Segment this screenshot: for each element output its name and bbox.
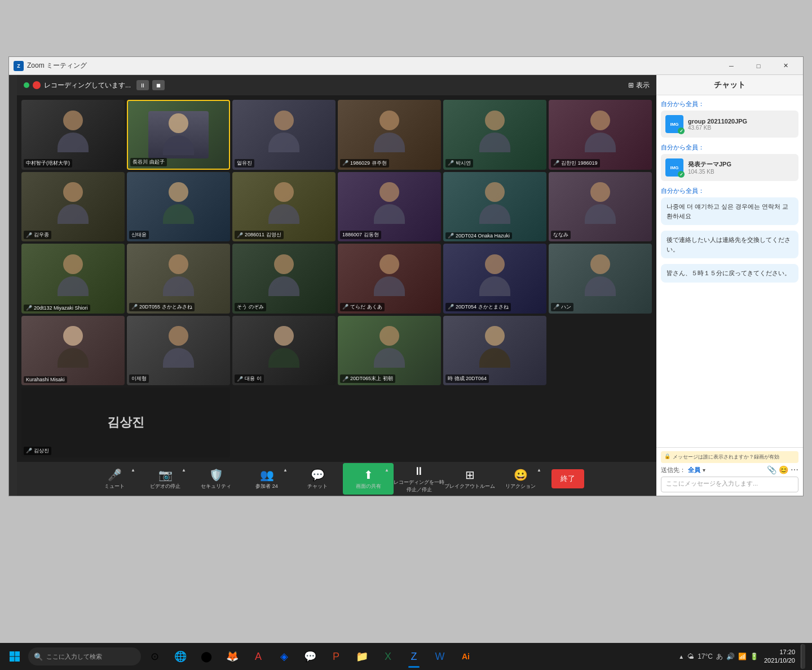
video-cell-12: ななみ <box>549 172 652 242</box>
participant-name-3: 얼유진 <box>235 159 254 168</box>
chat-privacy-icon: 🔒 <box>664 453 670 459</box>
stop-button[interactable]: ⏹ <box>152 80 165 90</box>
video-cell-3: 얼유진 <box>232 100 336 170</box>
video-cell-5: 🎤박시연 <box>443 100 546 170</box>
taskbar-app-zoom[interactable]: Z <box>401 644 426 669</box>
file-info-2: 発表テーマJPG 104.35 KB <box>688 160 794 175</box>
chat-file-card-1[interactable]: IMG ✓ group 20211020JPG 43.67 KB <box>661 111 798 138</box>
recording-icon <box>33 81 41 89</box>
cortana-icon: ⊙ <box>151 650 159 663</box>
participant-name-13: 🎤20dt132 Miyazaki Shiori <box>24 305 90 311</box>
participant-name-1: 中村智子(培材大学) <box>24 159 72 168</box>
video-cell-14: 🎤20DT055 さかとみさね <box>127 244 230 314</box>
more-icon[interactable]: ⋯ <box>791 465 798 474</box>
participants-label: 参加者 24 <box>255 483 278 490</box>
minimize-button[interactable]: ─ <box>718 57 744 75</box>
chat-group-5: 皆さん、５時１５分に戻ってきてください。 <box>661 264 798 283</box>
mute-label: ミュート <box>104 483 125 490</box>
recording-indicator: レコーディングしています... <box>24 81 131 90</box>
video-button[interactable]: 📷 ビデオの停止 ▲ <box>140 463 191 495</box>
participants-button[interactable]: 👥 参加者 24 ▲ <box>241 463 292 495</box>
view-button[interactable]: ⊞ 表示 <box>628 81 650 90</box>
security-button[interactable]: 🛡️ セキュリティ <box>191 463 241 495</box>
taskbar-app-line[interactable]: 💬 <box>298 644 323 669</box>
share-button[interactable]: ⬆ 画面の共有 ▲ <box>343 463 394 495</box>
attachment-icon[interactable]: 📎 <box>767 465 776 474</box>
taskbar-app-ai[interactable]: Ai <box>453 644 478 669</box>
chat-sender-3: 自分から全員： <box>661 187 798 195</box>
security-label: セキュリティ <box>201 483 231 490</box>
emoji-icon[interactable]: 😊 <box>779 465 788 474</box>
record-icon: ⏸ <box>413 465 425 478</box>
chat-group-1: 自分から全員： IMG ✓ group 20211020JPG 43.67 KB <box>661 100 798 138</box>
video-cell-11: 🎤20DT024 Onaka Hazuki <box>443 172 546 242</box>
chat-file-card-2[interactable]: IMG ✓ 発表テーマJPG 104.35 KB <box>661 154 798 181</box>
breakout-button[interactable]: ⊞ ブレイクアウトルーム <box>444 463 495 495</box>
reaction-caret-icon: ▲ <box>537 468 541 473</box>
video-caret-icon: ▲ <box>182 468 186 473</box>
file-icon-1: IMG ✓ <box>665 115 683 133</box>
expand-tray-icon[interactable]: ▲ <box>678 654 684 660</box>
chat-message-1: 나중에 더 얘기하고 싶은 경우에는 연락처 교환하세요 <box>661 197 798 225</box>
network-icon[interactable]: 📶 <box>738 653 747 660</box>
volume-icon[interactable]: 🔊 <box>726 653 735 660</box>
share-caret-icon: ▲ <box>385 468 389 473</box>
reaction-label: リアクション <box>505 483 536 490</box>
maximize-button[interactable]: □ <box>745 57 771 75</box>
desktop: Z Zoom ミーティング ─ □ ✕ レコーディングしています... <box>0 0 812 670</box>
ai-icon: Ai <box>462 652 470 661</box>
taskbar-clock[interactable]: 17:20 2021/10/20 <box>761 646 798 668</box>
battery-icon[interactable]: 🔋 <box>750 653 758 660</box>
record-button[interactable]: ⏸ レコーディングを一時停止／停止 <box>394 463 444 495</box>
close-button[interactable]: ✕ <box>773 57 798 75</box>
send-to-caret-icon[interactable]: ▾ <box>703 467 705 473</box>
video-cell-8: 신태윤 <box>127 172 230 242</box>
powerpoint-icon: P <box>333 651 339 663</box>
pause-button[interactable]: ⏸ <box>136 80 149 90</box>
system-tray: ▲ 🌤 17°C あ 🔊 📶 🔋 <box>678 652 758 662</box>
chat-footer-note: 🔒 メッセージは誰に表示されますか？録画が有効 <box>661 451 798 463</box>
show-desktop-button[interactable] <box>801 644 805 669</box>
chat-input[interactable]: ここにメッセージを入力します... <box>661 477 798 492</box>
participant-name-9: 🎤2086011 김영신 <box>235 231 284 239</box>
taskbar-app-acrobat[interactable]: A <box>246 644 271 669</box>
taskbar-app-word[interactable]: W <box>427 644 452 669</box>
window-controls: ─ □ ✕ <box>718 57 798 75</box>
window-title: Zoom ミーティング <box>27 61 718 70</box>
reaction-button[interactable]: 😀 リアクション ▲ <box>495 463 546 495</box>
taskbar-app-excel[interactable]: X <box>376 644 400 669</box>
mute-button[interactable]: 🎤 ミュート ▲ <box>89 463 140 495</box>
file-name-1: group 20211020JPG <box>688 118 794 125</box>
taskbar-app-cortana[interactable]: ⊙ <box>142 644 167 669</box>
chat-sender-2: 自分から全員： <box>661 143 798 152</box>
chat-footer: 🔒 メッセージは誰に表示されますか？録画が有効 送信先： 全員 ▾ 📎 😊 ⋯ … <box>656 447 803 496</box>
file-icon-2: IMG ✓ <box>665 158 683 177</box>
microphone-icon: 🎤 <box>108 468 122 482</box>
file-info-1: group 20211020JPG 43.67 KB <box>688 118 794 131</box>
explorer-icon: 📁 <box>356 650 368 663</box>
video-cell-6: 🎤김한민 1986019 <box>549 100 652 170</box>
share-label: 画面の共有 <box>356 483 381 490</box>
video-cell-13: 🎤20dt132 Miyazaki Shiori <box>21 244 125 314</box>
video-cell-10: 1886007 김동현 <box>338 172 441 242</box>
zoom-window: Z Zoom ミーティング ─ □ ✕ レコーディングしています... <box>8 56 804 496</box>
taskbar-app-dropbox[interactable]: ◈ <box>272 644 297 669</box>
taskbar-app-chrome[interactable]: ⬤ <box>194 644 219 669</box>
taskbar-app-edge[interactable]: 🌐 <box>168 644 193 669</box>
video-label: ビデオの停止 <box>150 483 180 490</box>
taskbar-app-explorer[interactable]: 📁 <box>350 644 374 669</box>
start-button[interactable] <box>2 644 27 669</box>
end-label: 終了 <box>561 474 575 483</box>
end-button[interactable]: 終了 <box>551 469 584 488</box>
participants-caret-icon: ▲ <box>283 468 288 473</box>
chat-button[interactable]: 💬 チャット <box>292 463 343 495</box>
video-cell-15: そう のぞみ <box>232 244 336 314</box>
zoom-taskbar-icon: Z <box>411 651 417 663</box>
security-icon: 🛡️ <box>209 468 223 482</box>
view-label: 表示 <box>636 81 650 90</box>
share-icon: ⬆ <box>364 468 373 482</box>
taskbar-search[interactable]: 🔍 ここに入力して検索 <box>28 647 141 665</box>
taskbar-app-firefox[interactable]: 🦊 <box>220 644 245 669</box>
participant-name-18: 🎤ハン <box>551 303 573 311</box>
taskbar-app-powerpoint[interactable]: P <box>324 644 348 669</box>
